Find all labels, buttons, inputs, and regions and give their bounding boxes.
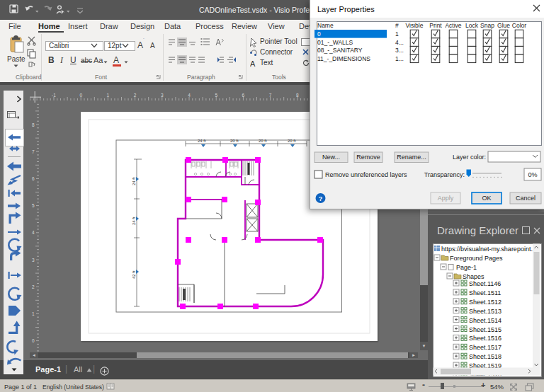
svg-text:24 ft: 24 ft [132,177,136,185]
svg-text:OK: OK [482,195,491,202]
svg-text:Sheet.1514: Sheet.1514 [469,317,502,324]
svg-text:0%: 0% [528,171,537,178]
svg-text:Foreground Pages: Foreground Pages [450,255,503,262]
svg-text:0: 0 [317,30,321,38]
svg-text:Color: Color [512,22,526,29]
svg-text:08_-_SANITARY: 08_-_SANITARY [317,47,363,54]
svg-text:Sheet.1516: Sheet.1516 [469,335,502,342]
svg-text:Lock: Lock [465,22,479,29]
svg-text:6: 6 [32,176,35,181]
svg-text:42 ft: 42 ft [132,270,136,279]
svg-text:20 ft: 20 ft [230,139,239,143]
svg-text:4...: 4... [395,39,404,46]
svg-text:Active: Active [445,22,461,29]
svg-text:1...: 1... [395,55,404,62]
svg-text:Shapes: Shapes [463,273,484,280]
svg-text:Sheet.1512: Sheet.1512 [469,299,502,306]
svg-text:2: 2 [32,284,35,289]
svg-text:https://bvisualnet-my.sharepoi: https://bvisualnet-my.sharepoint. [441,246,533,253]
svg-text:Sheet.1511: Sheet.1511 [469,289,501,296]
svg-text:New...: New... [322,154,340,161]
svg-text:?: ? [319,195,323,202]
svg-text:Sheet.1146: Sheet.1146 [469,280,501,287]
svg-text:1: 1 [395,30,399,38]
svg-text:Visible: Visible [406,22,424,29]
svg-text:3...: 3... [395,47,404,54]
svg-text:20 ft: 20 ft [288,139,296,143]
svg-text:Sheet.1515: Sheet.1515 [469,326,502,333]
svg-text:5: 5 [32,203,35,208]
svg-text:Sheet.1517: Sheet.1517 [469,344,502,351]
svg-text:Cancel: Cancel [516,195,536,202]
svg-text:Print: Print [429,22,442,29]
svg-text:Transparency:: Transparency: [424,171,465,178]
svg-text:01_-_WALLS: 01_-_WALLS [317,39,353,46]
svg-text:4: 4 [32,230,35,235]
svg-text:1: 1 [32,311,35,316]
svg-text:8: 8 [32,122,35,127]
svg-text:7: 7 [32,149,35,154]
svg-text:Apply: Apply [438,195,454,202]
svg-text:11_-_DIMENSIONS: 11_-_DIMENSIONS [317,55,370,62]
svg-text:Remove unreferenced layers: Remove unreferenced layers [325,171,407,178]
svg-text:A: A [250,59,256,68]
svg-text:Sheet.1513: Sheet.1513 [469,308,502,315]
svg-text:3: 3 [32,258,35,263]
svg-text:Rename...: Rename... [397,154,426,161]
svg-text:Sheet.1518: Sheet.1518 [469,353,502,360]
svg-text:Layer color:: Layer color: [453,154,486,161]
svg-text:20 ft: 20 ft [259,139,267,143]
svg-text:24 ft: 24 ft [198,139,206,143]
svg-text:#: # [395,22,399,29]
svg-text:Name: Name [317,22,334,29]
svg-text:Page-1: Page-1 [456,264,477,271]
svg-text:Snap: Snap [480,22,494,29]
svg-text:Glue: Glue [497,22,510,29]
svg-text:Remove: Remove [356,154,380,161]
svg-text:0: 0 [32,338,35,343]
svg-text:24 ft: 24 ft [132,217,136,225]
